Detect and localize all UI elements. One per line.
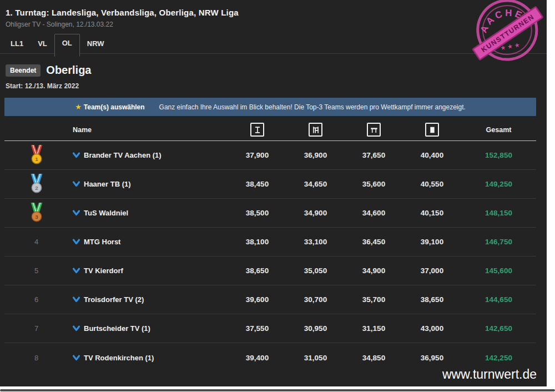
score-beam: 34,850 xyxy=(345,354,403,362)
total-score: 142,650 xyxy=(461,324,536,333)
chevron-down-icon[interactable] xyxy=(73,296,80,303)
svg-text:2: 2 xyxy=(35,184,38,190)
tab-vl[interactable]: VL xyxy=(31,35,54,53)
vault-icon xyxy=(250,123,264,137)
score-uneven-bars: 30,950 xyxy=(286,324,345,333)
competition-start-date: Start: 12./13. März 2022 xyxy=(6,82,547,90)
medal-icon: 3 xyxy=(28,202,46,224)
chevron-down-icon[interactable] xyxy=(73,325,80,331)
score-vault: 37,550 xyxy=(228,324,286,333)
score-floor: 43,000 xyxy=(403,324,461,333)
score-floor: 39,100 xyxy=(403,238,461,246)
results-table: Name Gesamt xyxy=(4,119,536,372)
total-score: 149,250 xyxy=(461,180,536,188)
team-name[interactable]: TuS Waldniel xyxy=(84,209,128,217)
total-column-header: Gesamt xyxy=(461,126,536,134)
score-uneven-bars: 36,900 xyxy=(286,151,345,159)
team-name[interactable]: Brander TV Aachen (1) xyxy=(84,151,162,159)
team-cell[interactable]: TV Rodenkirchen (1) xyxy=(68,354,228,362)
score-uneven-bars: 33,100 xyxy=(286,238,345,246)
team-select-banner: ★ Team(s) auswählen Ganz einfach Ihre Au… xyxy=(4,98,536,116)
team-name[interactable]: MTG Horst xyxy=(84,238,120,246)
score-floor: 40,550 xyxy=(403,180,461,188)
table-header-row: Name Gesamt xyxy=(4,119,536,141)
banner-message: Ganz einfach Ihre Auswahl im Blick behal… xyxy=(159,103,466,111)
page-header: 1. Turntag: Landesliga, Verbandsliga, Ob… xyxy=(0,0,547,28)
page-title: 1. Turntag: Landesliga, Verbandsliga, Ob… xyxy=(6,8,540,17)
rank-cell: 7 xyxy=(4,324,68,333)
tab-ol[interactable]: OL xyxy=(54,34,80,57)
score-floor: 36,950 xyxy=(403,354,461,362)
team-cell[interactable]: Troisdorfer TV (2) xyxy=(68,295,228,304)
score-uneven-bars: 34,900 xyxy=(286,209,345,217)
beam-column-header xyxy=(345,123,403,137)
chevron-down-icon[interactable] xyxy=(73,181,80,187)
rank-number: 6 xyxy=(34,295,38,304)
website-watermark: www.turnwert.de xyxy=(442,367,537,382)
svg-text:3: 3 xyxy=(35,213,38,219)
table-row[interactable]: 2 2 Haaner TB (1) 38,450 34,650 35,600 4… xyxy=(4,170,536,199)
team-name[interactable]: TV Kierdorf xyxy=(84,267,123,275)
rank-cell: 1 1 xyxy=(4,144,68,167)
score-floor: 38,650 xyxy=(403,295,461,304)
score-uneven-bars: 35,050 xyxy=(286,267,345,275)
uneven-bars-column-header xyxy=(286,123,345,137)
team-cell[interactable]: TuS Waldniel xyxy=(68,209,228,217)
results-panel: 1. Turntag: Landesliga, Verbandsliga, Ob… xyxy=(0,0,547,386)
score-vault: 39,600 xyxy=(228,295,286,304)
chevron-down-icon[interactable] xyxy=(73,152,80,158)
table-row[interactable]: 1 1 Brander TV Aachen (1) 37,900 36,900 … xyxy=(4,141,536,170)
score-vault: 38,500 xyxy=(228,209,286,217)
team-cell[interactable]: Haaner TB (1) xyxy=(68,180,228,188)
total-score: 148,150 xyxy=(461,209,536,217)
score-vault: 37,900 xyxy=(228,151,286,159)
table-row[interactable]: 7 Burtscheider TV (1) 37,550 30,950 31,1… xyxy=(4,314,536,343)
table-row[interactable]: 3 3 TuS Waldniel 38,500 34,900 34,600 40… xyxy=(4,199,536,228)
team-cell[interactable]: Burtscheider TV (1) xyxy=(68,324,228,333)
score-beam: 31,150 xyxy=(345,324,403,333)
rank-cell: 3 3 xyxy=(4,202,68,224)
chevron-down-icon[interactable] xyxy=(73,210,80,216)
score-beam: 35,700 xyxy=(345,295,403,304)
total-score: 144,650 xyxy=(461,295,536,304)
table-row[interactable]: 4 MTG Horst 38,100 33,100 36,450 39,100 … xyxy=(4,228,536,257)
table-row[interactable]: 6 Troisdorfer TV (2) 39,600 30,700 35,70… xyxy=(4,285,536,314)
floor-icon xyxy=(425,123,439,137)
team-cell[interactable]: Brander TV Aachen (1) xyxy=(68,151,228,159)
beam-icon xyxy=(367,123,381,137)
window-bottom-edge xyxy=(0,389,555,391)
team-name[interactable]: Burtscheider TV (1) xyxy=(84,324,150,333)
team-name[interactable]: Troisdorfer TV (2) xyxy=(84,295,144,304)
chevron-down-icon[interactable] xyxy=(73,355,80,361)
table-row[interactable]: 5 TV Kierdorf 38,650 35,050 34,900 37,00… xyxy=(4,257,536,285)
score-floor: 37,000 xyxy=(403,267,461,275)
vault-column-header xyxy=(228,123,286,137)
page-subtitle: Ohligser TV - Solingen, 12./13.03.22 xyxy=(6,21,540,28)
team-name[interactable]: TV Rodenkirchen (1) xyxy=(84,354,154,362)
score-beam: 34,900 xyxy=(345,267,403,275)
table-body: 1 1 Brander TV Aachen (1) 37,900 36,900 … xyxy=(4,141,536,372)
score-beam: 34,600 xyxy=(345,209,403,217)
medal-icon: 2 xyxy=(28,173,46,195)
rank-number: 7 xyxy=(34,324,38,333)
score-beam: 37,650 xyxy=(345,151,403,159)
uneven-bars-icon xyxy=(309,123,322,137)
team-cell[interactable]: TV Kierdorf xyxy=(68,267,228,275)
tab-ll1[interactable]: LL1 xyxy=(3,35,31,53)
rank-cell: 8 xyxy=(4,354,68,362)
score-vault: 38,650 xyxy=(228,267,286,275)
chevron-down-icon[interactable] xyxy=(73,239,80,245)
score-floor: 40,400 xyxy=(403,151,461,159)
floor-column-header xyxy=(403,123,461,137)
rank-number: 4 xyxy=(34,238,38,246)
team-cell[interactable]: MTG Horst xyxy=(68,238,228,246)
select-teams-button[interactable]: ★ Team(s) auswählen xyxy=(75,103,144,111)
score-uneven-bars: 34,650 xyxy=(286,180,345,188)
tab-nrw[interactable]: NRW xyxy=(80,35,112,53)
score-vault: 39,400 xyxy=(228,354,286,362)
score-beam: 35,600 xyxy=(345,180,403,188)
team-name[interactable]: Haaner TB (1) xyxy=(84,180,131,188)
score-floor: 40,150 xyxy=(403,209,461,217)
select-teams-label: Team(s) auswählen xyxy=(84,103,145,111)
chevron-down-icon[interactable] xyxy=(73,268,80,274)
